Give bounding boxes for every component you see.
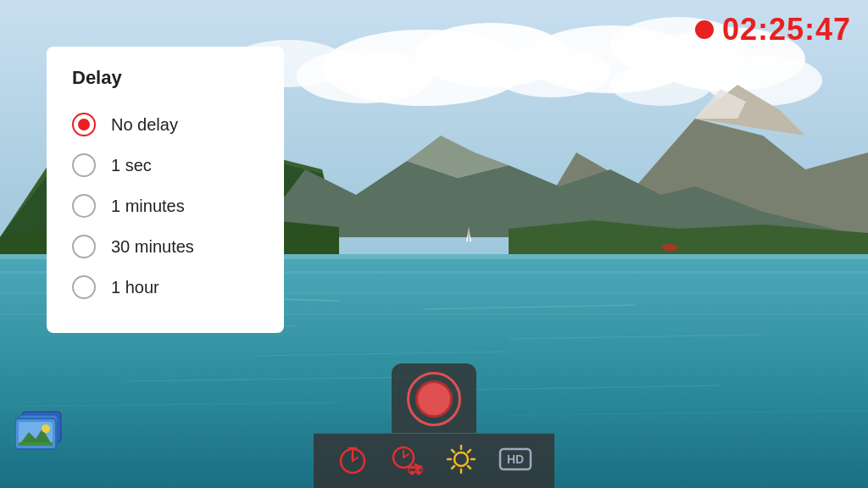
gallery-icon[interactable] — [15, 407, 68, 452]
record-button[interactable] — [407, 372, 461, 426]
svg-line-64 — [468, 450, 470, 452]
delay-label-1hour: 1 hour — [111, 278, 159, 297]
svg-point-57 — [454, 452, 468, 466]
delay-option-1min[interactable]: 1 minutes — [72, 186, 250, 226]
delay-schedule-icon[interactable] — [388, 441, 426, 478]
brightness-icon[interactable] — [442, 441, 480, 478]
radio-1min[interactable] — [72, 194, 96, 218]
radio-30min[interactable] — [72, 235, 96, 258]
delay-option-no-delay[interactable]: No delay — [72, 104, 250, 145]
delay-option-1hour[interactable]: 1 hour — [72, 267, 250, 308]
svg-point-37 — [661, 244, 678, 251]
radio-1hour[interactable] — [72, 275, 96, 299]
delay-label-1sec: 1 sec — [111, 156, 152, 175]
svg-line-65 — [452, 466, 454, 469]
delay-panel: Delay No delay 1 sec 1 minutes 30 minute… — [47, 47, 284, 333]
record-button-container — [392, 363, 476, 433]
svg-text:HD: HD — [507, 452, 524, 466]
svg-line-62 — [452, 450, 454, 452]
svg-rect-44 — [19, 442, 53, 446]
delay-label-no-delay: No delay — [111, 115, 178, 135]
delay-option-30min[interactable]: 30 minutes — [72, 226, 250, 267]
delay-option-1sec[interactable]: 1 sec — [72, 145, 250, 186]
delay-title: Delay — [72, 67, 250, 89]
svg-point-55 — [410, 471, 415, 475]
recording-time: 02:25:47 — [722, 12, 851, 47]
timer-icon[interactable] — [334, 441, 371, 478]
svg-point-8 — [610, 64, 712, 106]
radio-no-delay[interactable] — [72, 113, 96, 136]
radio-1sec[interactable] — [72, 153, 96, 177]
bottom-toolbar: HD — [314, 363, 554, 488]
sub-toolbar: HD — [314, 433, 554, 488]
svg-point-43 — [42, 424, 50, 433]
recording-indicator: 02:25:47 — [695, 12, 851, 47]
hd-icon[interactable]: HD — [497, 441, 534, 478]
svg-point-56 — [417, 471, 421, 475]
record-button-inner — [415, 380, 453, 418]
svg-line-63 — [468, 466, 470, 469]
recording-dot — [695, 20, 714, 39]
delay-label-1min: 1 minutes — [111, 197, 185, 216]
delay-label-30min: 30 minutes — [111, 237, 194, 257]
